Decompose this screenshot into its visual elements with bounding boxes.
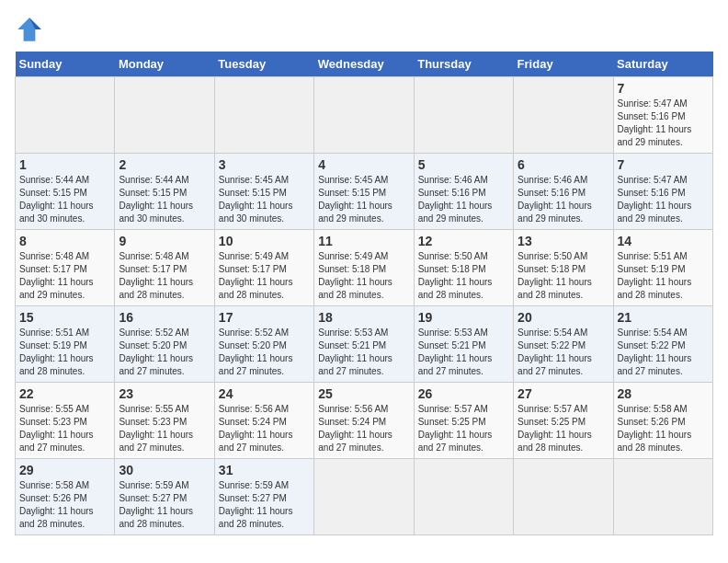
calendar-day-cell: 14Sunrise: 5:51 AMSunset: 5:19 PMDayligh… bbox=[613, 230, 712, 306]
day-info: Sunrise: 5:51 AMSunset: 5:19 PMDaylight:… bbox=[19, 327, 110, 378]
day-number: 8 bbox=[19, 234, 110, 248]
day-info: Sunrise: 5:52 AMSunset: 5:20 PMDaylight:… bbox=[119, 327, 210, 378]
day-number: 16 bbox=[119, 310, 210, 325]
day-info: Sunrise: 5:56 AMSunset: 5:24 PMDaylight:… bbox=[219, 403, 310, 454]
calendar-day-cell: 13Sunrise: 5:50 AMSunset: 5:18 PMDayligh… bbox=[514, 230, 613, 306]
day-info: Sunrise: 5:44 AMSunset: 5:15 PMDaylight:… bbox=[119, 174, 210, 225]
day-number: 18 bbox=[318, 310, 409, 325]
day-number: 9 bbox=[119, 234, 210, 248]
day-info: Sunrise: 5:44 AMSunset: 5:15 PMDaylight:… bbox=[19, 174, 110, 225]
day-info: Sunrise: 5:48 AMSunset: 5:17 PMDaylight:… bbox=[19, 250, 110, 302]
day-info: Sunrise: 5:59 AMSunset: 5:27 PMDaylight:… bbox=[219, 479, 310, 531]
day-info: Sunrise: 5:55 AMSunset: 5:23 PMDaylight:… bbox=[19, 403, 110, 454]
day-number: 7 bbox=[618, 81, 709, 96]
calendar-day-cell: 15Sunrise: 5:51 AMSunset: 5:19 PMDayligh… bbox=[16, 306, 115, 383]
calendar-day-cell: 5Sunrise: 5:46 AMSunset: 5:16 PMDaylight… bbox=[414, 154, 513, 230]
calendar-day-cell: 20Sunrise: 5:54 AMSunset: 5:22 PMDayligh… bbox=[514, 306, 613, 383]
calendar-day-cell: 16Sunrise: 5:52 AMSunset: 5:20 PMDayligh… bbox=[115, 306, 214, 383]
day-info: Sunrise: 5:52 AMSunset: 5:20 PMDaylight:… bbox=[219, 327, 310, 378]
day-info: Sunrise: 5:45 AMSunset: 5:15 PMDaylight:… bbox=[219, 174, 310, 225]
day-number: 15 bbox=[19, 310, 110, 325]
day-number: 31 bbox=[219, 463, 310, 477]
calendar-day-cell: 7Sunrise: 5:47 AMSunset: 5:16 PMDaylight… bbox=[613, 154, 712, 230]
day-of-week-header: Monday bbox=[115, 52, 214, 77]
calendar-day-cell: 10Sunrise: 5:49 AMSunset: 5:17 PMDayligh… bbox=[214, 230, 313, 306]
day-info: Sunrise: 5:56 AMSunset: 5:24 PMDaylight:… bbox=[318, 403, 409, 454]
calendar-day-cell: 24Sunrise: 5:56 AMSunset: 5:24 PMDayligh… bbox=[214, 383, 313, 459]
calendar-day-cell: 3Sunrise: 5:45 AMSunset: 5:15 PMDaylight… bbox=[214, 154, 313, 230]
calendar-day-cell bbox=[214, 77, 313, 154]
calendar-day-cell: 23Sunrise: 5:55 AMSunset: 5:23 PMDayligh… bbox=[115, 383, 214, 459]
day-of-week-header: Wednesday bbox=[314, 52, 414, 77]
day-info: Sunrise: 5:57 AMSunset: 5:25 PMDaylight:… bbox=[518, 403, 609, 454]
calendar-day-cell: 4Sunrise: 5:45 AMSunset: 5:15 PMDaylight… bbox=[314, 154, 414, 230]
logo-icon bbox=[15, 15, 44, 44]
calendar-day-cell: 31Sunrise: 5:59 AMSunset: 5:27 PMDayligh… bbox=[214, 459, 313, 535]
day-of-week-header: Thursday bbox=[414, 52, 513, 77]
calendar-day-cell: 17Sunrise: 5:52 AMSunset: 5:20 PMDayligh… bbox=[214, 306, 313, 383]
day-info: Sunrise: 5:59 AMSunset: 5:27 PMDaylight:… bbox=[119, 479, 210, 531]
day-info: Sunrise: 5:54 AMSunset: 5:22 PMDaylight:… bbox=[618, 327, 709, 378]
day-info: Sunrise: 5:50 AMSunset: 5:18 PMDaylight:… bbox=[418, 250, 509, 302]
day-info: Sunrise: 5:53 AMSunset: 5:21 PMDaylight:… bbox=[418, 327, 509, 378]
calendar-week-row: 15Sunrise: 5:51 AMSunset: 5:19 PMDayligh… bbox=[16, 306, 713, 383]
day-number: 23 bbox=[119, 386, 210, 401]
calendar-day-cell bbox=[514, 77, 613, 154]
calendar-day-cell: 29Sunrise: 5:58 AMSunset: 5:26 PMDayligh… bbox=[16, 459, 115, 535]
calendar-day-cell bbox=[16, 77, 115, 154]
calendar-day-cell: 9Sunrise: 5:48 AMSunset: 5:17 PMDaylight… bbox=[115, 230, 214, 306]
calendar-day-cell bbox=[414, 459, 513, 535]
calendar-week-row: 22Sunrise: 5:55 AMSunset: 5:23 PMDayligh… bbox=[16, 383, 713, 459]
day-number: 10 bbox=[219, 234, 310, 248]
calendar-day-cell: 2Sunrise: 5:44 AMSunset: 5:15 PMDaylight… bbox=[115, 154, 214, 230]
calendar-day-cell bbox=[115, 77, 214, 154]
day-info: Sunrise: 5:47 AMSunset: 5:16 PMDaylight:… bbox=[618, 174, 709, 225]
day-of-week-header: Sunday bbox=[16, 52, 115, 77]
calendar-week-row: 7Sunrise: 5:47 AMSunset: 5:16 PMDaylight… bbox=[16, 77, 713, 154]
day-number: 5 bbox=[418, 157, 509, 172]
day-info: Sunrise: 5:50 AMSunset: 5:18 PMDaylight:… bbox=[518, 250, 609, 302]
day-number: 28 bbox=[618, 386, 709, 401]
calendar-week-row: 29Sunrise: 5:58 AMSunset: 5:26 PMDayligh… bbox=[16, 459, 713, 535]
day-number: 24 bbox=[219, 386, 310, 401]
day-info: Sunrise: 5:48 AMSunset: 5:17 PMDaylight:… bbox=[119, 250, 210, 302]
logo bbox=[15, 15, 48, 44]
calendar-day-cell: 27Sunrise: 5:57 AMSunset: 5:25 PMDayligh… bbox=[514, 383, 613, 459]
day-info: Sunrise: 5:58 AMSunset: 5:26 PMDaylight:… bbox=[19, 479, 110, 531]
day-info: Sunrise: 5:47 AMSunset: 5:16 PMDaylight:… bbox=[618, 98, 709, 149]
day-number: 13 bbox=[518, 234, 609, 248]
page-header bbox=[15, 15, 713, 44]
day-info: Sunrise: 5:45 AMSunset: 5:15 PMDaylight:… bbox=[318, 174, 409, 225]
day-number: 12 bbox=[418, 234, 509, 248]
day-info: Sunrise: 5:51 AMSunset: 5:19 PMDaylight:… bbox=[618, 250, 709, 302]
day-number: 14 bbox=[618, 234, 709, 248]
day-number: 2 bbox=[119, 157, 210, 172]
calendar-day-cell bbox=[314, 459, 414, 535]
calendar-day-cell: 22Sunrise: 5:55 AMSunset: 5:23 PMDayligh… bbox=[16, 383, 115, 459]
day-of-week-header: Friday bbox=[514, 52, 613, 77]
calendar-day-cell: 1Sunrise: 5:44 AMSunset: 5:15 PMDaylight… bbox=[16, 154, 115, 230]
day-number: 25 bbox=[318, 386, 409, 401]
calendar-day-cell: 19Sunrise: 5:53 AMSunset: 5:21 PMDayligh… bbox=[414, 306, 513, 383]
calendar-day-cell: 7Sunrise: 5:47 AMSunset: 5:16 PMDaylight… bbox=[613, 77, 712, 154]
calendar-day-cell bbox=[514, 459, 613, 535]
day-info: Sunrise: 5:46 AMSunset: 5:16 PMDaylight:… bbox=[418, 174, 509, 225]
calendar-table: SundayMondayTuesdayWednesdayThursdayFrid… bbox=[15, 52, 713, 535]
day-of-week-header: Saturday bbox=[613, 52, 712, 77]
day-info: Sunrise: 5:57 AMSunset: 5:25 PMDaylight:… bbox=[418, 403, 509, 454]
day-info: Sunrise: 5:54 AMSunset: 5:22 PMDaylight:… bbox=[518, 327, 609, 378]
day-number: 22 bbox=[19, 386, 110, 401]
day-number: 4 bbox=[318, 157, 409, 172]
day-number: 3 bbox=[219, 157, 310, 172]
day-info: Sunrise: 5:53 AMSunset: 5:21 PMDaylight:… bbox=[318, 327, 409, 378]
day-info: Sunrise: 5:49 AMSunset: 5:17 PMDaylight:… bbox=[219, 250, 310, 302]
calendar-day-cell bbox=[414, 77, 513, 154]
calendar-day-cell: 6Sunrise: 5:46 AMSunset: 5:16 PMDaylight… bbox=[514, 154, 613, 230]
calendar-day-cell: 18Sunrise: 5:53 AMSunset: 5:21 PMDayligh… bbox=[314, 306, 414, 383]
day-info: Sunrise: 5:55 AMSunset: 5:23 PMDaylight:… bbox=[119, 403, 210, 454]
day-info: Sunrise: 5:46 AMSunset: 5:16 PMDaylight:… bbox=[518, 174, 609, 225]
day-number: 30 bbox=[119, 463, 210, 477]
day-number: 1 bbox=[19, 157, 110, 172]
calendar-day-cell bbox=[314, 77, 414, 154]
calendar-day-cell: 26Sunrise: 5:57 AMSunset: 5:25 PMDayligh… bbox=[414, 383, 513, 459]
